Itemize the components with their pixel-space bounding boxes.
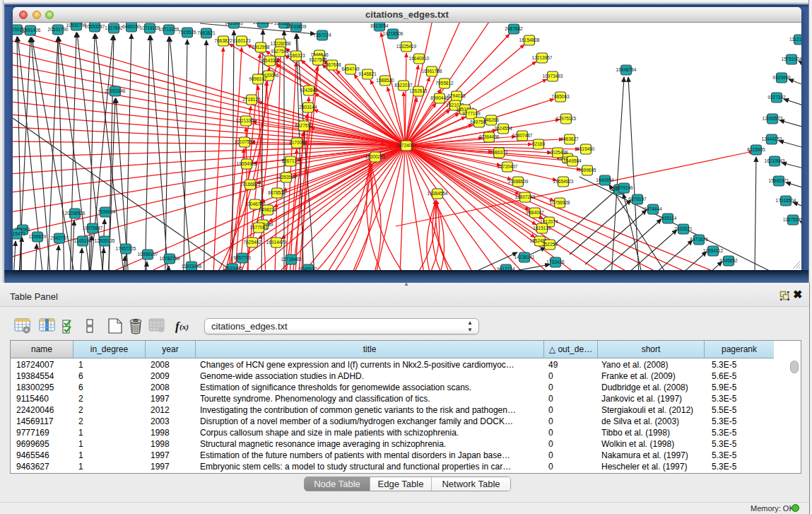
- svg-text:9227342: 9227342: [767, 95, 786, 100]
- svg-text:8215955: 8215955: [747, 147, 765, 152]
- svg-text:15716485: 15716485: [281, 257, 302, 262]
- svg-text:18724007: 18724007: [396, 143, 417, 148]
- svg-text:9327506: 9327506: [271, 49, 289, 54]
- svg-text:10756928: 10756928: [550, 200, 570, 205]
- svg-text:20053346: 20053346: [105, 88, 126, 93]
- svg-text:19654925: 19654925: [237, 161, 257, 166]
- svg-text:12505135: 12505135: [95, 238, 115, 243]
- svg-text:1640954: 1640954: [596, 177, 614, 182]
- svg-text:7515526: 7515526: [178, 30, 196, 35]
- svg-text:10688609: 10688609: [508, 179, 529, 184]
- svg-text:10046726: 10046726: [245, 201, 266, 206]
- svg-text:10654112: 10654112: [703, 248, 724, 253]
- svg-text:10531798: 10531798: [66, 23, 87, 28]
- svg-text:20531790: 20531790: [48, 27, 69, 32]
- svg-text:14136141: 14136141: [514, 255, 535, 259]
- svg-text:(x): (x): [180, 322, 189, 332]
- svg-text:746266: 746266: [483, 117, 499, 122]
- svg-text:19166825: 19166825: [240, 182, 261, 187]
- svg-text:19384554: 19384554: [428, 191, 448, 196]
- svg-text:62160: 62160: [532, 141, 545, 146]
- svg-text:9463627: 9463627: [560, 136, 579, 141]
- svg-text:20364436: 20364436: [479, 134, 500, 139]
- svg-text:1156829: 1156829: [29, 234, 47, 239]
- svg-text:7986372: 7986372: [490, 150, 508, 155]
- svg-text:7663822: 7663822: [214, 38, 233, 43]
- svg-text:11675345: 11675345: [783, 217, 801, 222]
- svg-text:8471676: 8471676: [690, 237, 708, 242]
- svg-text:16914479: 16914479: [266, 240, 287, 245]
- svg-text:1588520: 1588520: [376, 78, 394, 83]
- svg-text:10973493: 10973493: [543, 74, 563, 78]
- svg-text:10653287: 10653287: [85, 24, 105, 29]
- svg-text:15720407: 15720407: [498, 164, 518, 169]
- svg-text:18807249: 18807249: [515, 194, 536, 199]
- svg-text:7485063: 7485063: [551, 94, 570, 99]
- svg-text:252254: 252254: [542, 242, 558, 247]
- svg-text:7632621: 7632621: [674, 226, 693, 231]
- svg-text:12213369: 12213369: [236, 118, 257, 123]
- svg-text:10719165: 10719165: [140, 25, 160, 30]
- svg-text:6879197: 6879197: [628, 197, 647, 201]
- svg-text:15692971: 15692971: [769, 178, 789, 183]
- svg-text:9245652: 9245652: [719, 258, 738, 263]
- svg-text:16782759: 16782759: [160, 256, 180, 261]
- svg-text:8186323: 8186323: [287, 53, 305, 58]
- svg-text:8427552: 8427552: [295, 123, 313, 128]
- svg-text:1577063: 1577063: [249, 225, 268, 230]
- svg-text:10107552: 10107552: [235, 139, 255, 144]
- svg-text:2803144: 2803144: [299, 105, 317, 110]
- svg-text:8267110: 8267110: [282, 158, 300, 163]
- svg-text:6794028: 6794028: [447, 93, 466, 98]
- svg-text:16154808: 16154808: [519, 37, 540, 42]
- svg-text:10025438: 10025438: [548, 150, 568, 155]
- svg-text:17957225: 17957225: [116, 246, 136, 251]
- svg-text:1649584: 1649584: [563, 158, 582, 163]
- svg-text:9777169: 9777169: [462, 111, 481, 116]
- svg-text:9684067: 9684067: [526, 210, 544, 215]
- svg-text:19975887: 19975887: [83, 226, 103, 230]
- svg-text:9474444: 9474444: [644, 206, 662, 211]
- svg-text:12975115: 12975115: [556, 116, 577, 121]
- svg-text:2867608: 2867608: [323, 62, 341, 67]
- svg-text:9857791: 9857791: [233, 255, 252, 260]
- svg-text:8160123: 8160123: [233, 38, 251, 43]
- svg-text:16210643: 16210643: [765, 158, 785, 163]
- svg-text:9245012: 9245012: [299, 267, 317, 270]
- svg-text:9115460: 9115460: [577, 146, 595, 151]
- svg-text:16543362: 16543362: [260, 58, 281, 63]
- svg-text:10807487: 10807487: [512, 133, 533, 138]
- svg-text:7625402: 7625402: [243, 240, 261, 245]
- svg-text:15751074: 15751074: [782, 57, 801, 62]
- svg-text:1145194: 1145194: [74, 238, 92, 243]
- svg-text:20691406: 20691406: [20, 28, 41, 33]
- svg-text:8678532: 8678532: [268, 190, 286, 195]
- svg-text:8813054: 8813054: [370, 23, 389, 28]
- svg-text:12093573: 12093573: [763, 116, 783, 121]
- svg-text:16640910: 16640910: [409, 56, 430, 61]
- svg-text:6879196: 6879196: [615, 185, 633, 190]
- svg-text:16713155: 16713155: [159, 27, 180, 32]
- svg-text:9612734: 9612734: [497, 267, 515, 270]
- svg-text:11923448: 11923448: [182, 264, 202, 269]
- svg-text:2935114: 2935114: [659, 216, 677, 221]
- svg-text:6466160: 6466160: [122, 24, 141, 29]
- svg-text:11121578: 11121578: [789, 37, 801, 42]
- svg-text:17359924: 17359924: [95, 209, 116, 214]
- svg-text:8990448: 8990448: [430, 95, 449, 100]
- svg-text:1733426: 1733426: [546, 259, 565, 264]
- svg-text:2942757: 2942757: [50, 235, 69, 240]
- svg-text:9329966: 9329966: [772, 75, 791, 80]
- svg-text:817006: 817006: [289, 140, 305, 145]
- svg-text:9416905: 9416905: [225, 23, 243, 25]
- svg-text:12444153: 12444153: [762, 136, 782, 141]
- svg-text:16033809: 16033809: [286, 24, 307, 29]
- svg-text:1327602: 1327602: [105, 25, 123, 30]
- svg-text:11325419: 11325419: [396, 44, 417, 49]
- svg-text:9327508: 9327508: [309, 57, 327, 62]
- svg-text:12353594: 12353594: [276, 175, 297, 180]
- svg-text:11431505: 11431505: [253, 23, 273, 25]
- svg-text:7663821: 7663821: [197, 30, 216, 35]
- svg-text:13226058: 13226058: [271, 41, 291, 46]
- svg-text:9498222: 9498222: [259, 207, 277, 212]
